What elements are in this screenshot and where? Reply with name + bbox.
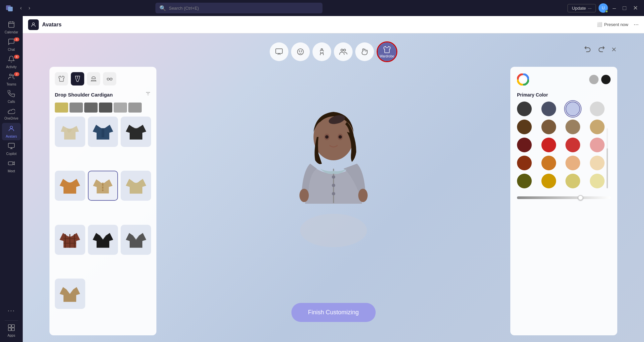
swatch-olive[interactable] (517, 174, 532, 188)
header-more-icon[interactable]: ··· (634, 21, 639, 28)
calendar-label: Calendar (5, 30, 18, 34)
svg-point-8 (10, 126, 12, 129)
swatch-dark-brown[interactable] (517, 120, 532, 134)
minimize-button[interactable]: – (611, 5, 618, 11)
gesture-tab[interactable] (355, 42, 374, 61)
face-tab[interactable] (291, 42, 310, 61)
list-item[interactable] (88, 225, 118, 255)
thumb-4[interactable] (99, 103, 112, 113)
activity-badge: 6 (14, 55, 19, 59)
chat-badge: 6 (14, 37, 19, 41)
update-dots: ··· (588, 6, 592, 11)
sidebar-item-onedrive[interactable]: OneDrive (2, 106, 21, 123)
sidebar-item-meet[interactable]: Meet (2, 158, 21, 175)
thumb-5[interactable] (114, 103, 127, 113)
present-now-button[interactable]: ⬜ Present now (594, 21, 631, 28)
undo-button[interactable] (584, 45, 592, 55)
maximize-button[interactable]: □ (621, 5, 628, 11)
swatch-dark-red[interactable] (517, 138, 532, 152)
sidebar-item-chat[interactable]: Chat 6 (2, 36, 21, 53)
search-input[interactable] (169, 6, 318, 11)
swatch-dark-gray[interactable] (517, 102, 532, 116)
svg-line-29 (107, 78, 107, 79)
sidebar-item-copilot[interactable]: Copilot (2, 140, 21, 158)
color-scrollbar[interactable] (607, 128, 608, 162)
swatch-orange[interactable] (541, 156, 556, 170)
swatch-light-brown[interactable] (590, 120, 605, 134)
close-button[interactable]: ✕ (631, 5, 640, 11)
filter-icon[interactable] (145, 91, 151, 99)
swatch-burnt-orange[interactable] (517, 156, 532, 170)
tab-hat[interactable] (87, 72, 100, 86)
thumbnail-strip (55, 103, 151, 113)
onedrive-label: OneDrive (4, 117, 18, 120)
tab-pants[interactable] (71, 72, 84, 86)
forward-button[interactable]: › (26, 4, 33, 12)
avatar-preview (280, 70, 387, 264)
swatch-light-gold[interactable] (565, 174, 580, 188)
user-avatar[interactable]: U (599, 3, 608, 13)
svg-point-6 (10, 74, 12, 76)
scene-tab[interactable] (270, 42, 288, 61)
back-button[interactable]: ‹ (17, 4, 24, 12)
thumb-1[interactable] (55, 103, 68, 113)
list-item[interactable] (55, 225, 85, 255)
swatch-light-orange[interactable] (565, 156, 580, 170)
svg-point-59 (520, 77, 526, 82)
activity-label: Activity (6, 65, 17, 69)
finish-customizing-button[interactable]: Finish Customizing (291, 303, 375, 322)
svg-point-26 (107, 78, 110, 80)
swatch-light-blue[interactable] (565, 102, 580, 116)
preset-black[interactable] (601, 75, 611, 84)
redo-button[interactable] (597, 45, 605, 55)
swatch-cream[interactable] (590, 156, 605, 170)
sidebar-item-calendar[interactable]: Calendar (2, 19, 21, 36)
list-item[interactable] (88, 171, 118, 201)
thumb-6[interactable] (128, 103, 142, 113)
list-item[interactable] (55, 117, 85, 147)
list-item[interactable] (55, 279, 85, 309)
teams-label: Teams (6, 82, 16, 86)
list-item[interactable] (121, 225, 151, 255)
wardrobe-tab[interactable]: Wardrobe (378, 42, 396, 61)
thumb-3[interactable] (84, 103, 98, 113)
svg-point-19 (301, 51, 302, 51)
update-button[interactable]: Update ··· (567, 4, 596, 12)
preset-gray[interactable] (589, 75, 599, 84)
sidebar-item-calls[interactable]: Calls (2, 88, 21, 106)
app-logo (4, 3, 15, 13)
swatch-light-gray[interactable] (590, 102, 605, 116)
swatch-red[interactable] (541, 138, 556, 152)
tab-glasses[interactable] (103, 72, 116, 86)
list-item[interactable] (88, 117, 118, 147)
color-scrollbar-thumb[interactable] (607, 148, 608, 188)
swatch-pink[interactable] (590, 138, 605, 152)
svg-point-37 (102, 187, 104, 188)
body-tab[interactable] (312, 42, 331, 61)
group-tab[interactable] (334, 42, 353, 61)
swatch-gold[interactable] (541, 174, 556, 188)
sidebar-item-avatars[interactable]: Avatars (2, 123, 21, 140)
shade-slider-thumb[interactable] (578, 195, 583, 200)
swatch-tan-brown[interactable] (565, 120, 580, 134)
svg-point-7 (12, 75, 14, 76)
sidebar-item-activity[interactable]: Activity 6 (2, 53, 21, 71)
svg-rect-2 (9, 22, 14, 28)
list-item[interactable] (121, 117, 151, 147)
tab-shirt[interactable] (55, 72, 68, 86)
swatch-medium-red[interactable] (565, 138, 580, 152)
list-item[interactable] (121, 171, 151, 201)
swatch-brown[interactable] (541, 120, 556, 134)
sidebar-item-apps[interactable]: Apps (2, 322, 21, 339)
svg-point-17 (297, 49, 303, 55)
swatch-pale-yellow[interactable] (590, 174, 605, 188)
svg-point-21 (341, 49, 343, 51)
close-editor-button[interactable] (611, 46, 617, 55)
shade-slider[interactable] (517, 196, 611, 199)
swatch-slate[interactable] (541, 102, 556, 116)
thumb-2[interactable] (70, 103, 83, 113)
svg-rect-14 (12, 328, 14, 331)
sidebar-item-teams[interactable]: Teams 2 (2, 71, 21, 88)
sidebar-item-more[interactable]: ··· (2, 302, 21, 319)
list-item[interactable] (55, 171, 85, 201)
